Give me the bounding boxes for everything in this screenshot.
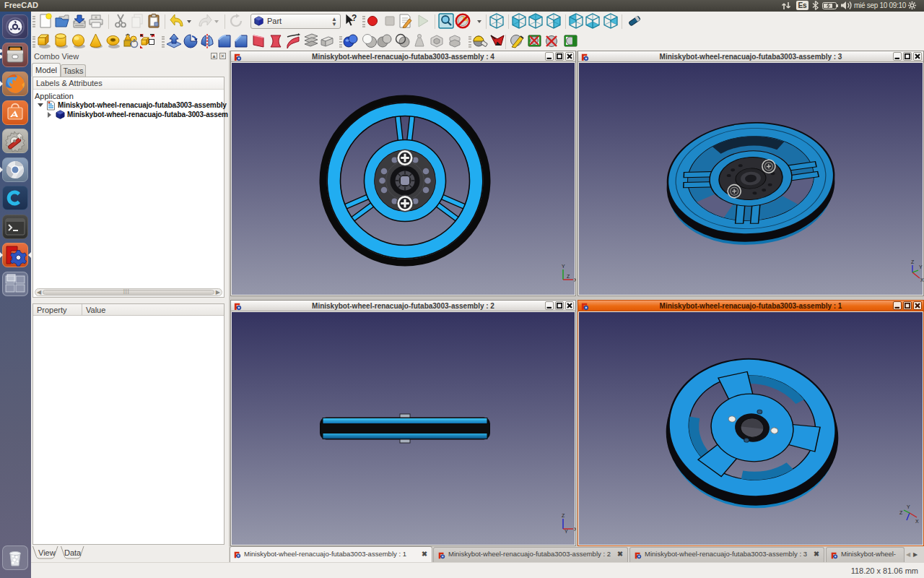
svg-text:X: X [574, 277, 576, 282]
svg-text:Y: Y [565, 529, 568, 534]
svg-text:Z: Z [562, 513, 565, 518]
svg-text:X: X [574, 527, 576, 532]
svg-text:?: ? [352, 13, 357, 23]
svg-text:Y: Y [562, 264, 565, 269]
svg-text:Y: Y [907, 504, 910, 509]
svg-text:Z: Z [899, 510, 903, 515]
svg-text:Z: Z [567, 274, 570, 279]
svg-text:Z: Z [911, 259, 915, 264]
svg-text:X: X [920, 277, 924, 282]
svg-text:View: View [38, 548, 56, 557]
svg-text:Y: Y [919, 264, 923, 269]
svg-text:X: X [915, 519, 919, 524]
svg-text:Data: Data [64, 548, 82, 557]
